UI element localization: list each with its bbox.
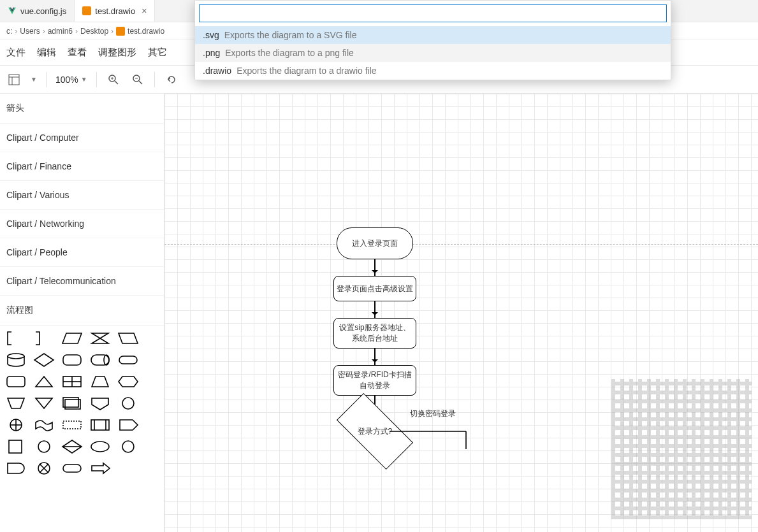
command-desc: Exports the diagram to a png file [225, 48, 354, 58]
shape-predefined[interactable] [88, 416, 112, 434]
shape-trapezoid-inv[interactable] [4, 394, 28, 412]
svg-marker-38 [120, 420, 138, 430]
breadcrumb-item[interactable]: test.drawio [128, 27, 164, 36]
flowchart-process-node[interactable]: 登录页面点击高级设置 [333, 276, 416, 301]
shape-circle-x[interactable] [32, 459, 56, 477]
command-option-png[interactable]: .png Exports the diagram to a png file [195, 44, 671, 62]
flowchart-branch-connector [390, 430, 472, 456]
command-input[interactable] [199, 4, 667, 22]
svg-marker-26 [8, 398, 24, 408]
svg-marker-12 [119, 333, 138, 343]
svg-rect-35 [91, 420, 109, 430]
menu-edit[interactable]: 编辑 [37, 47, 56, 59]
shape-stadium[interactable] [116, 351, 140, 369]
sidebar-category-arrows[interactable]: 箭头 [0, 94, 164, 124]
shape-cylinder[interactable] [4, 351, 28, 369]
breadcrumb-item[interactable]: Desktop [80, 27, 108, 36]
menu-file[interactable]: 文件 [6, 47, 26, 59]
separator [154, 72, 155, 87]
drawio-icon [82, 6, 91, 15]
breadcrumb-item[interactable]: admin6 [48, 27, 73, 36]
command-option-drawio[interactable]: .drawio Exports the diagram to a drawio … [195, 62, 671, 80]
shape-bracket-open[interactable] [4, 329, 28, 347]
shape-delay[interactable] [4, 459, 28, 477]
flowchart-start-node[interactable]: 进入登录页面 [337, 227, 413, 259]
chevron-right-icon: › [75, 27, 78, 36]
menu-arrange[interactable]: 调整图形 [98, 47, 136, 59]
node-label: 登录页面点击高级设置 [337, 284, 413, 294]
zoom-out-icon[interactable] [130, 72, 145, 87]
shape-diamond[interactable] [32, 351, 56, 369]
sidebar-category-clipart-networking[interactable]: Clipart / Networking [0, 210, 164, 238]
tab-vue-config[interactable]: vue.config.js [0, 0, 75, 22]
undo-icon[interactable] [164, 72, 179, 87]
shape-square[interactable] [4, 438, 28, 456]
command-key: .drawio [203, 66, 231, 76]
flowchart-process-node[interactable]: 密码登录/RFID卡扫描自动登录 [333, 365, 416, 396]
shape-circle-cross[interactable] [4, 416, 28, 434]
zoom-combo[interactable]: 100% ▼ [55, 75, 87, 85]
vue-icon [8, 6, 17, 15]
command-option-svg[interactable]: .svg Exports the diagram to a SVG file [195, 26, 671, 44]
svg-marker-25 [119, 377, 138, 387]
shape-drum[interactable] [88, 351, 112, 369]
shape-trapezoid[interactable] [88, 373, 112, 391]
shape-ellipse[interactable] [88, 438, 112, 456]
shape-bracket-close[interactable] [32, 329, 56, 347]
shape-diamond-split[interactable] [60, 438, 84, 456]
shape-triangle-down[interactable] [32, 394, 56, 412]
shape-circle[interactable] [116, 394, 140, 412]
chevron-down-icon: ▼ [81, 76, 87, 83]
close-icon[interactable]: × [142, 6, 147, 16]
shape-rounded-rect[interactable] [60, 351, 84, 369]
shape-split-rect[interactable] [60, 373, 84, 391]
breadcrumb-item[interactable]: c: [6, 27, 12, 36]
command-key: .svg [203, 30, 219, 40]
flowchart-process-node[interactable]: 设置sip服务器地址、系统后台地址 [333, 318, 416, 349]
sidebar-category-clipart-computer[interactable]: Clipart / Computer [0, 124, 164, 152]
flowchart-branch-label: 切换密码登录 [410, 408, 456, 419]
chevron-down-icon[interactable]: ▼ [31, 76, 37, 83]
layout-icon[interactable] [6, 72, 22, 87]
shape-punched-tape[interactable] [32, 416, 56, 434]
shape-parallelogram-right[interactable] [116, 329, 140, 347]
svg-rect-19 [7, 377, 25, 387]
menu-view[interactable]: 查看 [68, 47, 87, 59]
svg-point-13 [8, 354, 24, 359]
svg-marker-20 [36, 377, 52, 387]
svg-point-17 [104, 355, 109, 365]
breadcrumb-item[interactable]: Users [20, 27, 40, 36]
shape-arrow-right[interactable] [88, 459, 112, 477]
svg-rect-34 [63, 421, 81, 429]
svg-line-4 [115, 81, 118, 84]
shape-circle3[interactable] [116, 438, 140, 456]
shape-dotted-rect[interactable] [60, 416, 84, 434]
zoom-in-icon[interactable] [106, 72, 121, 87]
svg-line-8 [139, 81, 142, 84]
tab-test-drawio[interactable]: test.drawio × [75, 0, 155, 22]
shape-parallelogram[interactable] [60, 329, 84, 347]
svg-rect-15 [63, 355, 81, 365]
svg-marker-10 [62, 333, 82, 343]
shape-rounded-rect2[interactable] [4, 373, 28, 391]
shape-multi-doc[interactable] [60, 394, 84, 412]
sidebar-category-clipart-people[interactable]: Clipart / People [0, 238, 164, 267]
shape-hexagon[interactable] [116, 373, 140, 391]
page-boundary-line [164, 244, 758, 245]
shape-hourglass[interactable] [88, 329, 112, 347]
sidebar-category-clipart-telecom[interactable]: Clipart / Telecommunication [0, 267, 164, 296]
sidebar-category-clipart-finance[interactable]: Clipart / Finance [0, 152, 164, 181]
shape-shield[interactable] [88, 394, 112, 412]
shape-pentagon-right[interactable] [116, 416, 140, 434]
sidebar-category-clipart-various[interactable]: Clipart / Various [0, 181, 164, 210]
shape-terminal[interactable] [60, 459, 84, 477]
qr-watermark [611, 379, 752, 519]
svg-marker-14 [34, 354, 54, 366]
menu-extras[interactable]: 其它 [148, 47, 167, 59]
svg-point-43 [91, 442, 109, 452]
zoom-value: 100% [55, 75, 78, 85]
shape-circle2[interactable] [32, 438, 56, 456]
shape-triangle[interactable] [32, 373, 56, 391]
sidebar-category-flowchart[interactable]: 流程图 [0, 296, 164, 326]
command-key: .png [203, 48, 220, 58]
